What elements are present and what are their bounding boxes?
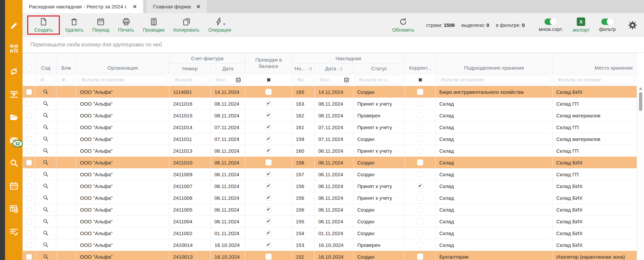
filter-sf-date-input[interactable] xyxy=(213,75,243,85)
search-icon[interactable] xyxy=(43,159,49,165)
search-icon[interactable] xyxy=(43,230,49,236)
export-button[interactable]: X экспорт xyxy=(568,17,594,33)
search-icon[interactable] xyxy=(43,171,49,177)
search-icon[interactable] xyxy=(43,183,49,189)
balance-checkbox[interactable] xyxy=(266,159,272,165)
balance-checkbox[interactable] xyxy=(266,136,272,142)
korrekt-checkbox[interactable] xyxy=(417,112,423,118)
filter-org-input[interactable] xyxy=(78,75,167,85)
column-header-sf-date[interactable]: Дата xyxy=(211,64,245,74)
balance-checkbox[interactable] xyxy=(266,183,272,189)
toggle-on-icon[interactable] xyxy=(545,18,557,25)
korrekt-checkbox[interactable] xyxy=(417,171,423,177)
table-row[interactable]: ООО "Альфа" 1114001 14.11.2024 165 14.11… xyxy=(23,86,637,98)
multisort-toggle[interactable]: множ.сорт. xyxy=(534,18,568,32)
search-icon[interactable] xyxy=(43,218,49,224)
balance-checkbox[interactable] xyxy=(266,242,272,248)
column-header-org[interactable]: Организация xyxy=(76,53,169,74)
table-row[interactable]: ООО "Альфа" 2411013 06.11.2024 160 06.11… xyxy=(23,145,637,157)
table-row[interactable]: ООО "Альфа" 2411004 06.11.2024 155 06.11… xyxy=(23,216,637,227)
column-header-status[interactable]: Статус xyxy=(354,64,405,74)
korrekt-checkbox[interactable] xyxy=(417,136,423,142)
pencil-icon[interactable] xyxy=(9,21,18,30)
toggle-on-icon[interactable] xyxy=(601,18,614,25)
search-icon[interactable] xyxy=(43,112,49,118)
row-checkbox[interactable] xyxy=(26,254,32,260)
filter-vlj-input[interactable] xyxy=(58,75,74,85)
row-checkbox[interactable] xyxy=(26,101,32,107)
calendar-icon[interactable] xyxy=(9,181,18,190)
column-header-podrazd[interactable]: Подразделение хранения xyxy=(436,53,553,74)
print-button[interactable]: Печать xyxy=(114,17,138,33)
postings-button[interactable]: Проводки xyxy=(138,17,169,33)
column-header-mesto[interactable]: Место хранения xyxy=(553,53,637,74)
column-header-balance[interactable]: Проводки в балансе xyxy=(245,53,292,74)
filter-status-input[interactable] xyxy=(356,75,403,85)
row-checkbox[interactable] xyxy=(26,195,32,201)
column-header-sf-num[interactable]: Номер xyxy=(169,64,211,74)
mail-icon[interactable]: 32 xyxy=(9,136,18,145)
print-queue-icon[interactable] xyxy=(9,90,18,99)
tab-registry-2024[interactable]: Расходная накладная - Реестр за 2024 г. … xyxy=(23,0,143,13)
period-button[interactable]: Период xyxy=(88,17,114,33)
korrekt-checkbox[interactable] xyxy=(417,254,423,260)
search-icon[interactable] xyxy=(43,254,49,260)
table-row[interactable]: ООО "Альфа" 2411014 07.11.2024 161 07.11… xyxy=(23,121,637,133)
table-row[interactable]: ООО "Альфа" 2411005 06.11.2024 156 06.11… xyxy=(23,204,637,216)
korrekt-checkbox[interactable] xyxy=(417,218,423,224)
filter-korrekt-checkbox[interactable] xyxy=(417,77,423,83)
search-icon[interactable] xyxy=(43,101,49,107)
search-icon[interactable] xyxy=(43,242,49,248)
search-icon[interactable] xyxy=(43,89,49,95)
row-checkbox[interactable] xyxy=(26,230,32,236)
balance-checkbox[interactable] xyxy=(266,89,272,95)
close-icon[interactable]: ✕ xyxy=(196,4,201,10)
column-header-sod[interactable]: Сод xyxy=(35,53,56,74)
korrekt-checkbox[interactable] xyxy=(417,183,423,189)
table-row[interactable]: ООО "Альфа" 2410014 16.10.2024 153 16.10… xyxy=(23,239,637,251)
filter-sod-input[interactable] xyxy=(37,75,54,85)
row-checkbox[interactable] xyxy=(26,242,32,248)
grouping-drop-zone[interactable]: Перетащите сюда колонку для группировки … xyxy=(23,37,644,53)
vertical-scrollbar[interactable] xyxy=(637,86,644,260)
tab-main-form[interactable]: Главная форма ✕ xyxy=(147,0,207,13)
row-checkbox[interactable] xyxy=(26,113,32,118)
korrekt-checkbox[interactable] xyxy=(417,101,423,107)
select-all-checkbox[interactable] xyxy=(26,65,32,71)
table-row[interactable]: ООО "Альфа" 2411006 06.11.2024 156 06.11… xyxy=(23,192,637,204)
qr-code-icon[interactable] xyxy=(9,44,18,53)
search-icon[interactable] xyxy=(9,158,18,168)
filter-date-input[interactable] xyxy=(317,75,351,85)
balance-checkbox[interactable] xyxy=(266,101,272,107)
search-icon[interactable] xyxy=(43,207,49,213)
column-header-num[interactable]: Но...↑3 xyxy=(292,64,315,74)
balance-checkbox[interactable] xyxy=(266,254,272,260)
filter-balance-checkbox[interactable] xyxy=(266,77,272,83)
row-checkbox[interactable] xyxy=(26,89,32,95)
table-row[interactable]: ООО "Альфа" 2411015 08.11.2024 162 08.11… xyxy=(23,110,637,121)
table-row[interactable]: ООО "Альфа" 2411009 06.11.2024 157 06.11… xyxy=(23,169,637,180)
row-checkbox[interactable] xyxy=(26,183,32,189)
korrekt-checkbox[interactable] xyxy=(417,242,423,248)
table-row[interactable]: ООО "Альфа" 2411016 08.11.2024 163 08.11… xyxy=(23,98,637,110)
scrollbar-thumb[interactable] xyxy=(639,92,642,111)
search-icon[interactable] xyxy=(43,124,49,130)
column-header-korrekt[interactable]: Коррект... xyxy=(405,53,436,74)
table-row[interactable]: ООО "Альфа" 2411007 06.11.2024 156 06.11… xyxy=(23,180,637,192)
balance-checkbox[interactable] xyxy=(266,218,272,224)
folder-icon[interactable] xyxy=(9,113,18,122)
balance-checkbox[interactable] xyxy=(266,171,272,177)
table-row[interactable]: ООО "Альфа" 2410013 16.10.2024 152 16.10… xyxy=(23,251,637,260)
scroll-up-icon[interactable] xyxy=(639,87,642,90)
balance-checkbox[interactable] xyxy=(266,124,272,130)
korrekt-checkbox[interactable] xyxy=(417,89,423,95)
tasks-check-icon[interactable] xyxy=(9,227,18,236)
settings-button[interactable] xyxy=(628,21,637,30)
balance-checkbox[interactable] xyxy=(266,207,272,213)
search-icon[interactable] xyxy=(43,136,49,142)
balance-checkbox[interactable] xyxy=(266,195,272,201)
operations-button[interactable]: ▾ Операции xyxy=(204,17,236,33)
refresh-button[interactable]: Обновить xyxy=(388,17,419,33)
delete-button[interactable]: Удалить xyxy=(61,17,88,33)
balance-checkbox[interactable] xyxy=(266,112,272,118)
